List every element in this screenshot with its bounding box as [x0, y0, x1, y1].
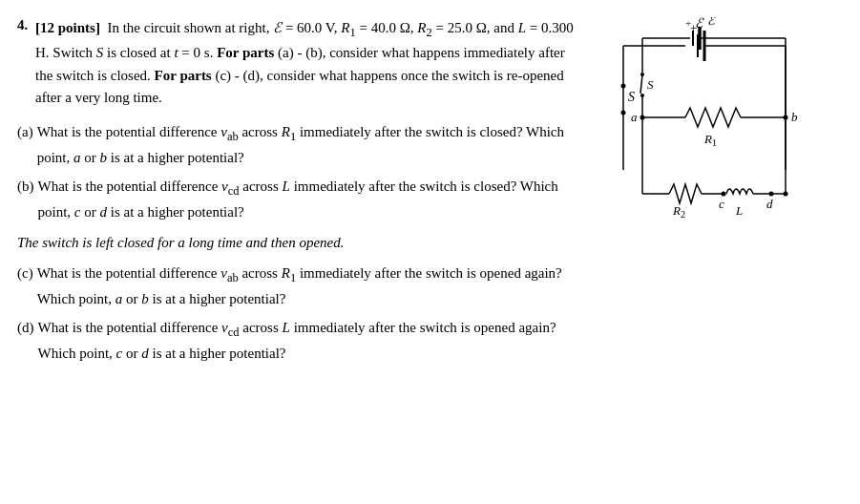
svg-point-43 — [784, 116, 788, 120]
points-bold: [12 points] — [35, 20, 100, 35]
part-c-label: (c) — [17, 262, 33, 284]
part-c-text: What is the potential difference vab acr… — [37, 262, 585, 310]
parts-section: (a) What is the potential difference vab… — [17, 120, 585, 365]
svg-text:1: 1 — [712, 137, 717, 148]
part-b-label: (b) — [17, 175, 34, 198]
problem-header: 4. [12 points] In the circuit shown at r… — [17, 17, 585, 109]
part-d-label: (d) — [17, 316, 34, 339]
part-a-text: What is the potential difference vab acr… — [37, 120, 585, 169]
left-content: 4. [12 points] In the circuit shown at r… — [17, 17, 595, 494]
svg-text:c: c — [719, 197, 724, 211]
circuit-diagram: + ℰ S — [595, 17, 824, 218]
for-parts-cd: For parts — [155, 68, 212, 83]
svg-text:d: d — [766, 197, 773, 211]
circuit-svg-clean: + ℰ b S — [595, 17, 824, 222]
part-d-text: What is the potential difference vcd acr… — [38, 316, 586, 365]
part-c: (c) What is the potential difference vab… — [17, 262, 585, 310]
svg-point-35 — [722, 192, 726, 197]
svg-text:R: R — [703, 132, 712, 146]
svg-text:a: a — [631, 110, 638, 124]
part-a-label: (a) — [17, 120, 33, 143]
problem-number: 4. — [17, 17, 31, 33]
svg-text:2: 2 — [681, 209, 685, 220]
svg-text:ℰ: ℰ — [707, 17, 716, 28]
problem-text: [12 points] In the circuit shown at righ… — [35, 17, 585, 109]
svg-text:+: + — [685, 17, 691, 29]
svg-text:L: L — [735, 203, 743, 218]
part-d: (d) What is the potential difference vcd… — [17, 316, 585, 365]
svg-text:S: S — [647, 77, 654, 92]
svg-point-44 — [784, 192, 788, 197]
part-b: (b) What is the potential difference vcd… — [17, 175, 585, 223]
part-b-text: What is the potential difference vcd acr… — [38, 175, 586, 223]
svg-text:b: b — [791, 110, 798, 124]
right-content: + ℰ S — [595, 17, 843, 494]
svg-line-20 — [640, 74, 642, 94]
for-parts-ab: For parts — [217, 45, 274, 60]
switch-note: The switch is left closed for a long tim… — [17, 231, 585, 254]
part-a: (a) What is the potential difference vab… — [17, 120, 585, 169]
main-container: 4. [12 points] In the circuit shown at r… — [0, 0, 860, 504]
svg-text:R: R — [672, 203, 681, 218]
